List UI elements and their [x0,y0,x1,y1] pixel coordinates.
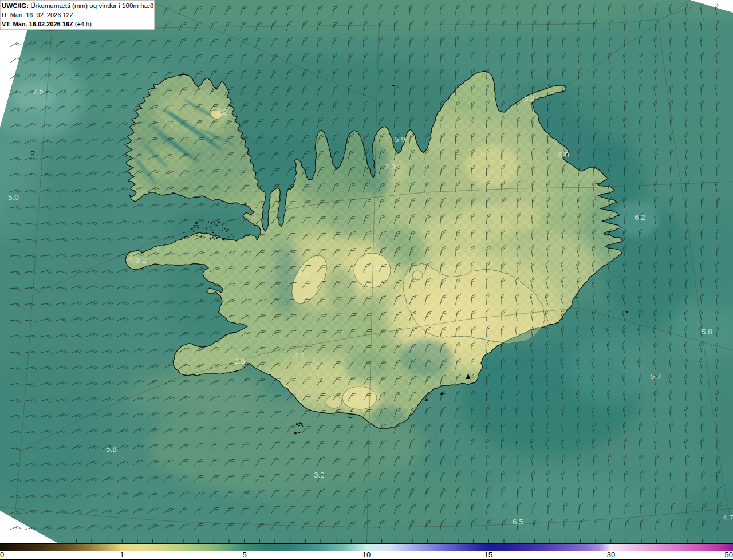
svg-text:10: 10 [362,550,371,559]
svg-text:50: 50 [725,550,733,559]
svg-text:2.2: 2.2 [298,269,309,278]
svg-text:6.5: 6.5 [513,518,523,526]
svg-text:4.7: 4.7 [723,514,733,522]
svg-text:5.8: 5.8 [702,328,712,336]
svg-text:1.2: 1.2 [437,285,448,293]
svg-text:6.0: 6.0 [558,151,569,159]
svg-text:4.2: 4.2 [294,352,305,360]
svg-text:30: 30 [607,550,615,559]
svg-text:2.8: 2.8 [234,357,245,365]
svg-text:5.7: 5.7 [651,372,661,381]
svg-text:3.2: 3.2 [216,108,227,116]
svg-text:3.2: 3.2 [314,471,325,479]
svg-text:5.9: 5.9 [395,135,405,144]
svg-text:6.2: 6.2 [635,213,645,222]
svg-text:5.8: 5.8 [106,445,117,453]
svg-text:7.5: 7.5 [33,87,44,96]
svg-text:1.7: 1.7 [355,395,366,404]
svg-text:0: 0 [0,550,4,559]
svg-text:15: 15 [484,550,492,559]
svg-text:VT: Mán. 16.02.2026 16Z (+4 h): VT: Mán. 16.02.2026 16Z (+4 h) [2,21,92,27]
svg-text:2.3: 2.3 [385,163,396,171]
svg-text:5.0: 5.0 [8,193,19,202]
svg-text:5.8: 5.8 [524,94,535,102]
svg-text:UWC/IG: Úrkomumætti (mm) og vi: UWC/IG: Úrkomumætti (mm) og vindur i 100… [2,2,154,9]
svg-text:1: 1 [120,550,124,559]
svg-text:3.2: 3.2 [136,256,147,265]
svg-text:1.6: 1.6 [369,263,380,271]
svg-text:5: 5 [242,550,246,559]
svg-text:IT: Mán. 16. 02. 2026 12Z: IT: Mán. 16. 02. 2026 12Z [2,11,74,18]
